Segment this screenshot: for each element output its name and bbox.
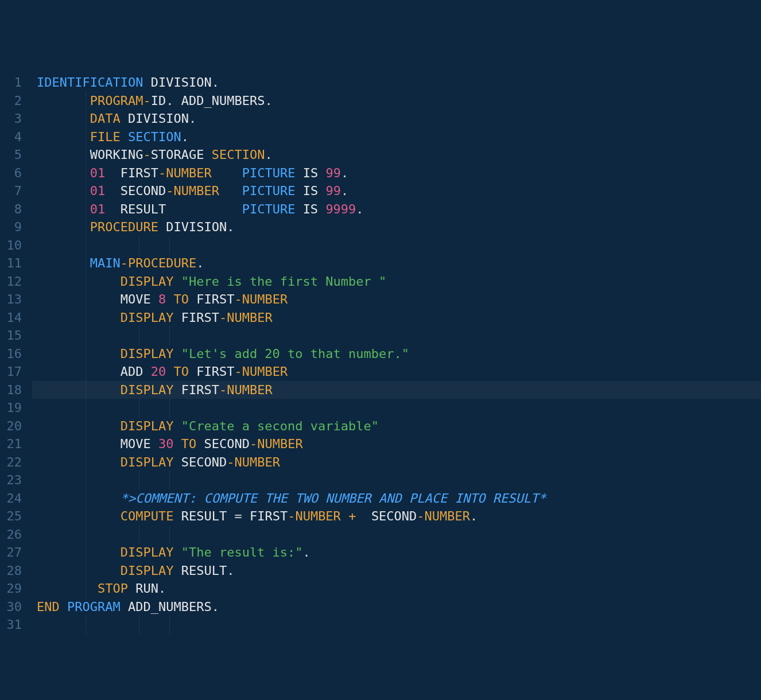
code-line[interactable]: MAIN-PROCEDURE.	[37, 254, 761, 273]
code-token	[173, 274, 181, 289]
code-token: =	[234, 509, 242, 523]
code-token: .	[166, 94, 181, 108]
code-line[interactable]	[37, 399, 761, 417]
code-token: SECTION	[212, 147, 265, 162]
code-line[interactable]: 01 FIRST-NUMBER PICTURE IS 99.	[37, 164, 761, 182]
code-line[interactable]	[37, 236, 761, 255]
code-token: NUMBER	[227, 383, 272, 397]
code-token: NUMBER	[425, 509, 470, 523]
code-line[interactable]	[37, 326, 761, 345]
code-token: PICTURE	[242, 184, 296, 198]
code-line[interactable]: FILE SECTION.	[37, 128, 761, 146]
code-token: NUMBER	[257, 437, 302, 451]
code-token	[121, 111, 128, 126]
code-line[interactable]: IDENTIFICATION DIVISION.	[37, 73, 761, 92]
code-token	[196, 437, 204, 451]
code-line[interactable]: 01 RESULT PICTURE IS 9999.	[37, 200, 761, 219]
line-number: 1	[6, 73, 22, 92]
code-token: .	[212, 75, 219, 90]
code-line[interactable]: MOVE 30 TO SECOND-NUMBER	[37, 435, 761, 453]
code-editor[interactable]: 1234567891011121314151617181920212223242…	[0, 73, 761, 700]
code-line[interactable]: DISPLAY FIRST-NUMBER	[37, 381, 761, 399]
code-token: FIRST	[121, 166, 158, 180]
code-token: .	[212, 600, 219, 614]
code-line[interactable]: DISPLAY FIRST-NUMBER	[37, 309, 761, 327]
code-token	[356, 509, 371, 523]
code-token: -	[219, 310, 227, 325]
code-token	[37, 581, 98, 596]
code-line[interactable]: DISPLAY "Let's add 20 to that number."	[37, 345, 761, 363]
code-token: .	[158, 581, 166, 596]
code-token: -	[227, 455, 234, 469]
code-token: TO	[173, 292, 189, 306]
code-line[interactable]: ADD 20 TO FIRST-NUMBER	[37, 363, 761, 381]
code-token	[37, 220, 90, 234]
code-token	[121, 130, 128, 144]
code-line[interactable]: DISPLAY SECOND-NUMBER	[37, 453, 761, 472]
code-token	[37, 455, 121, 469]
code-token: -	[417, 509, 424, 523]
code-token	[37, 383, 121, 397]
code-token: -	[250, 437, 257, 451]
code-token	[158, 220, 166, 234]
code-line[interactable]: DISPLAY RESULT.	[37, 562, 761, 580]
code-token	[173, 563, 181, 578]
code-line[interactable]: COMPUTE RESULT = FIRST-NUMBER + SECOND-N…	[37, 507, 761, 526]
code-line[interactable]: DISPLAY "Here is the first Number "	[37, 273, 761, 291]
code-token: .	[341, 184, 348, 198]
code-area[interactable]: IDENTIFICATION DIVISION. PROGRAM-ID. ADD…	[32, 73, 761, 700]
code-token: COMPUTE	[121, 509, 174, 523]
line-number: 7	[6, 182, 22, 200]
code-line[interactable]: *>COMMENT: COMPUTE THE TWO NUMBER AND PL…	[37, 489, 761, 508]
code-token: TO	[181, 437, 197, 451]
code-token	[318, 166, 325, 180]
line-number: 11	[6, 254, 22, 273]
code-line[interactable]	[37, 616, 761, 634]
line-number: 18	[6, 381, 22, 399]
code-token: .	[265, 94, 272, 108]
code-line[interactable]: DISPLAY "Create a second variable"	[37, 417, 761, 435]
code-token	[173, 347, 181, 361]
line-number: 23	[6, 471, 22, 489]
code-token	[166, 292, 173, 306]
code-token: 01	[90, 184, 106, 198]
code-token: "Let's add 20 to that number."	[181, 347, 409, 361]
line-number: 3	[6, 110, 22, 128]
code-token	[37, 184, 90, 198]
code-line[interactable]	[37, 471, 761, 489]
code-token: 9999	[325, 202, 356, 216]
code-token: PROCEDURE	[90, 220, 158, 234]
code-token: MOVE	[121, 292, 151, 306]
code-line[interactable]: PROGRAM-ID. ADD_NUMBERS.	[37, 92, 761, 110]
code-token: PICTURE	[242, 202, 296, 216]
code-token: -	[166, 184, 173, 198]
code-token: 01	[90, 202, 106, 216]
line-number: 5	[6, 146, 22, 164]
code-token: TO	[173, 364, 189, 379]
code-line[interactable]: DATA DIVISION.	[37, 110, 761, 128]
line-number: 26	[6, 526, 22, 544]
code-token: SECTION	[128, 130, 181, 144]
line-number: 22	[6, 453, 22, 472]
code-token: IS	[303, 184, 319, 198]
code-line[interactable]: WORKING-STORAGE SECTION.	[37, 146, 761, 164]
code-line[interactable]: MOVE 8 TO FIRST-NUMBER	[37, 290, 761, 309]
code-token: STORAGE	[151, 147, 204, 162]
code-line[interactable]: DISPLAY "The result is:".	[37, 543, 761, 562]
code-token	[227, 509, 234, 523]
code-line[interactable]: END PROGRAM ADD_NUMBERS.	[37, 598, 761, 616]
code-token: DISPLAY	[121, 455, 174, 469]
code-line[interactable]: STOP RUN.	[37, 580, 761, 598]
code-line[interactable]: 01 SECOND-NUMBER PICTURE IS 99.	[37, 182, 761, 200]
code-token	[37, 563, 121, 578]
code-token	[295, 184, 302, 198]
code-token: NUMBER	[227, 310, 272, 325]
code-token	[151, 292, 158, 306]
code-line[interactable]	[37, 526, 761, 544]
code-token	[37, 347, 121, 361]
code-token	[166, 202, 242, 216]
code-line[interactable]: PROCEDURE DIVISION.	[37, 218, 761, 236]
code-token: ADD_NUMBERS	[181, 94, 265, 108]
code-token: .	[196, 256, 204, 270]
code-token: 01	[90, 166, 106, 180]
